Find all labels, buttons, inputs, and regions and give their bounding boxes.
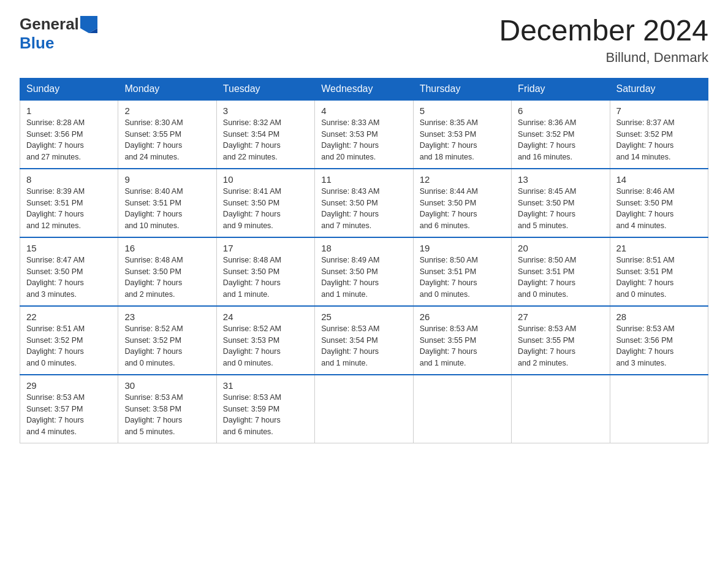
calendar-cell: 25Sunrise: 8:53 AMSunset: 3:54 PMDayligh… — [315, 306, 413, 375]
calendar-cell: 2Sunrise: 8:30 AMSunset: 3:55 PMDaylight… — [118, 100, 216, 169]
day-info: Sunrise: 8:48 AMSunset: 3:50 PMDaylight:… — [124, 255, 210, 301]
day-number: 17 — [223, 243, 308, 253]
calendar-cell — [413, 375, 511, 443]
day-number: 23 — [124, 312, 210, 322]
calendar-cell: 22Sunrise: 8:51 AMSunset: 3:52 PMDayligh… — [20, 306, 118, 375]
calendar-cell: 30Sunrise: 8:53 AMSunset: 3:58 PMDayligh… — [118, 375, 216, 443]
col-tuesday: Tuesday — [216, 78, 314, 100]
day-info: Sunrise: 8:33 AMSunset: 3:53 PMDaylight:… — [321, 117, 406, 163]
day-number: 27 — [518, 312, 603, 322]
logo-icon — [80, 16, 97, 33]
day-number: 15 — [26, 243, 112, 253]
calendar-cell — [610, 375, 708, 443]
col-thursday: Thursday — [413, 78, 511, 100]
day-info: Sunrise: 8:37 AMSunset: 3:52 PMDaylight:… — [616, 117, 702, 163]
calendar-cell: 7Sunrise: 8:37 AMSunset: 3:52 PMDaylight… — [610, 100, 708, 169]
day-info: Sunrise: 8:39 AMSunset: 3:51 PMDaylight:… — [26, 186, 112, 232]
day-number: 24 — [223, 312, 308, 322]
day-number: 20 — [518, 243, 603, 253]
day-number: 19 — [420, 243, 505, 253]
day-info: Sunrise: 8:52 AMSunset: 3:52 PMDaylight:… — [124, 323, 210, 369]
calendar-cell: 11Sunrise: 8:43 AMSunset: 3:50 PMDayligh… — [315, 169, 413, 237]
calendar-cell: 1Sunrise: 8:28 AMSunset: 3:56 PMDaylight… — [20, 100, 118, 169]
col-friday: Friday — [512, 78, 610, 100]
calendar-week-row: 22Sunrise: 8:51 AMSunset: 3:52 PMDayligh… — [20, 306, 708, 375]
calendar-table: Sunday Monday Tuesday Wednesday Thursday… — [20, 78, 708, 443]
day-info: Sunrise: 8:28 AMSunset: 3:56 PMDaylight:… — [26, 117, 112, 163]
calendar-cell: 29Sunrise: 8:53 AMSunset: 3:57 PMDayligh… — [20, 375, 118, 443]
day-number: 5 — [420, 105, 505, 116]
logo-blue-text: Blue — [20, 34, 54, 52]
day-number: 30 — [124, 380, 210, 391]
day-info: Sunrise: 8:50 AMSunset: 3:51 PMDaylight:… — [518, 255, 603, 301]
day-info: Sunrise: 8:35 AMSunset: 3:53 PMDaylight:… — [420, 117, 505, 163]
calendar-week-row: 8Sunrise: 8:39 AMSunset: 3:51 PMDaylight… — [20, 169, 708, 237]
day-number: 8 — [26, 174, 112, 185]
day-info: Sunrise: 8:52 AMSunset: 3:53 PMDaylight:… — [223, 323, 308, 369]
logo-general-text: General — [20, 15, 79, 34]
calendar-cell: 9Sunrise: 8:40 AMSunset: 3:51 PMDaylight… — [118, 169, 216, 237]
day-info: Sunrise: 8:53 AMSunset: 3:55 PMDaylight:… — [420, 323, 505, 369]
day-info: Sunrise: 8:45 AMSunset: 3:50 PMDaylight:… — [518, 186, 603, 232]
calendar-week-row: 29Sunrise: 8:53 AMSunset: 3:57 PMDayligh… — [20, 375, 708, 443]
day-number: 1 — [26, 105, 112, 116]
calendar-cell: 24Sunrise: 8:52 AMSunset: 3:53 PMDayligh… — [216, 306, 314, 375]
day-info: Sunrise: 8:50 AMSunset: 3:51 PMDaylight:… — [420, 255, 505, 301]
calendar-cell: 27Sunrise: 8:53 AMSunset: 3:55 PMDayligh… — [512, 306, 610, 375]
day-info: Sunrise: 8:53 AMSunset: 3:54 PMDaylight:… — [321, 323, 406, 369]
day-info: Sunrise: 8:46 AMSunset: 3:50 PMDaylight:… — [616, 186, 702, 232]
col-monday: Monday — [118, 78, 216, 100]
day-info: Sunrise: 8:47 AMSunset: 3:50 PMDaylight:… — [26, 255, 112, 301]
calendar-cell: 10Sunrise: 8:41 AMSunset: 3:50 PMDayligh… — [216, 169, 314, 237]
day-info: Sunrise: 8:49 AMSunset: 3:50 PMDaylight:… — [321, 255, 406, 301]
title-block: December 2024 Billund, Denmark — [499, 15, 708, 66]
calendar-title: December 2024 — [499, 15, 708, 47]
day-number: 21 — [616, 243, 702, 253]
calendar-cell: 4Sunrise: 8:33 AMSunset: 3:53 PMDaylight… — [315, 100, 413, 169]
day-info: Sunrise: 8:53 AMSunset: 3:55 PMDaylight:… — [518, 323, 603, 369]
day-info: Sunrise: 8:48 AMSunset: 3:50 PMDaylight:… — [223, 255, 308, 301]
day-info: Sunrise: 8:36 AMSunset: 3:52 PMDaylight:… — [518, 117, 603, 163]
day-number: 2 — [124, 105, 210, 116]
calendar-cell: 3Sunrise: 8:32 AMSunset: 3:54 PMDaylight… — [216, 100, 314, 169]
logo: General Blue — [20, 15, 97, 53]
calendar-cell: 5Sunrise: 8:35 AMSunset: 3:53 PMDaylight… — [413, 100, 511, 169]
day-number: 13 — [518, 174, 603, 185]
calendar-cell: 14Sunrise: 8:46 AMSunset: 3:50 PMDayligh… — [610, 169, 708, 237]
day-number: 26 — [420, 312, 505, 322]
day-info: Sunrise: 8:53 AMSunset: 3:56 PMDaylight:… — [616, 323, 702, 369]
calendar-cell: 31Sunrise: 8:53 AMSunset: 3:59 PMDayligh… — [216, 375, 314, 443]
calendar-cell: 23Sunrise: 8:52 AMSunset: 3:52 PMDayligh… — [118, 306, 216, 375]
day-number: 18 — [321, 243, 406, 253]
day-number: 9 — [124, 174, 210, 185]
calendar-cell: 6Sunrise: 8:36 AMSunset: 3:52 PMDaylight… — [512, 100, 610, 169]
calendar-cell: 18Sunrise: 8:49 AMSunset: 3:50 PMDayligh… — [315, 237, 413, 306]
calendar-cell: 17Sunrise: 8:48 AMSunset: 3:50 PMDayligh… — [216, 237, 314, 306]
calendar-cell — [315, 375, 413, 443]
calendar-subtitle: Billund, Denmark — [499, 50, 708, 66]
day-number: 14 — [616, 174, 702, 185]
calendar-cell: 28Sunrise: 8:53 AMSunset: 3:56 PMDayligh… — [610, 306, 708, 375]
calendar-cell: 19Sunrise: 8:50 AMSunset: 3:51 PMDayligh… — [413, 237, 511, 306]
day-info: Sunrise: 8:43 AMSunset: 3:50 PMDaylight:… — [321, 186, 406, 232]
day-info: Sunrise: 8:51 AMSunset: 3:52 PMDaylight:… — [26, 323, 112, 369]
calendar-cell: 13Sunrise: 8:45 AMSunset: 3:50 PMDayligh… — [512, 169, 610, 237]
day-number: 12 — [420, 174, 505, 185]
day-info: Sunrise: 8:41 AMSunset: 3:50 PMDaylight:… — [223, 186, 308, 232]
col-wednesday: Wednesday — [315, 78, 413, 100]
calendar-cell: 21Sunrise: 8:51 AMSunset: 3:51 PMDayligh… — [610, 237, 708, 306]
calendar-cell: 26Sunrise: 8:53 AMSunset: 3:55 PMDayligh… — [413, 306, 511, 375]
day-number: 29 — [26, 380, 112, 391]
day-info: Sunrise: 8:40 AMSunset: 3:51 PMDaylight:… — [124, 186, 210, 232]
header-row: Sunday Monday Tuesday Wednesday Thursday… — [20, 78, 708, 100]
day-number: 16 — [124, 243, 210, 253]
day-number: 6 — [518, 105, 603, 116]
day-number: 22 — [26, 312, 112, 322]
day-info: Sunrise: 8:53 AMSunset: 3:58 PMDaylight:… — [124, 392, 210, 438]
day-number: 3 — [223, 105, 308, 116]
day-info: Sunrise: 8:30 AMSunset: 3:55 PMDaylight:… — [124, 117, 210, 163]
day-number: 7 — [616, 105, 702, 116]
calendar-cell — [512, 375, 610, 443]
calendar-cell: 20Sunrise: 8:50 AMSunset: 3:51 PMDayligh… — [512, 237, 610, 306]
day-info: Sunrise: 8:51 AMSunset: 3:51 PMDaylight:… — [616, 255, 702, 301]
